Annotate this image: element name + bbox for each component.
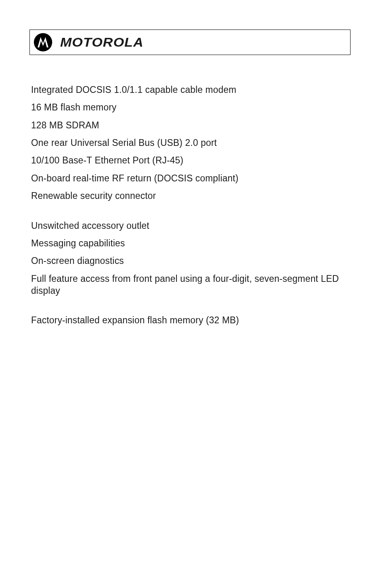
- feature-item: 128 MB SDRAM: [31, 119, 351, 131]
- document-header: MOTOROLA: [29, 29, 351, 55]
- feature-item: Integrated DOCSIS 1.0/1.1 capable cable …: [31, 84, 351, 96]
- feature-item: 10/100 Base-T Ethernet Port (RJ-45): [31, 154, 351, 166]
- feature-item: On-board real-time RF return (DOCSIS com…: [31, 172, 351, 184]
- feature-list-3: Factory-installed expansion flash memory…: [31, 314, 351, 326]
- feature-item: Renewable security connector: [31, 190, 351, 202]
- feature-item: Messaging capabilities: [31, 237, 351, 249]
- feature-item: Full feature access from front panel usi…: [31, 273, 351, 297]
- document-content: Integrated DOCSIS 1.0/1.1 capable cable …: [29, 84, 351, 326]
- feature-item: One rear Universal Serial Bus (USB) 2.0 …: [31, 137, 351, 149]
- feature-item: On-screen diagnostics: [31, 255, 351, 267]
- feature-item: Factory-installed expansion flash memory…: [31, 314, 351, 326]
- motorola-logo-icon: [34, 33, 52, 51]
- brand-name: MOTOROLA: [60, 35, 144, 50]
- feature-list-2: Unswitched accessory outlet Messaging ca…: [31, 220, 351, 297]
- motorola-m-icon: [36, 35, 50, 49]
- feature-list-1: Integrated DOCSIS 1.0/1.1 capable cable …: [31, 84, 351, 202]
- feature-item: 16 MB flash memory: [31, 101, 351, 113]
- feature-item: Unswitched accessory outlet: [31, 220, 351, 232]
